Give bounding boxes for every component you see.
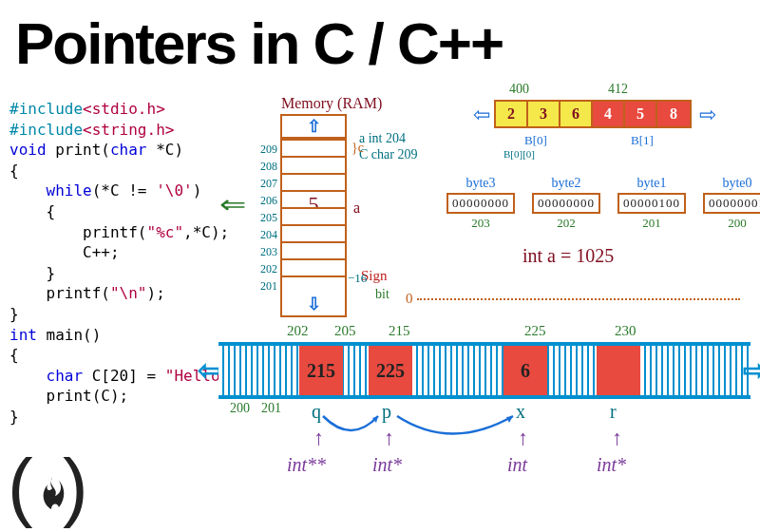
code-include-1b: <stdio.h> xyxy=(83,100,165,118)
byte2-addr: 202 xyxy=(532,216,600,231)
byte2: byte2 00000000 202 xyxy=(532,176,600,231)
annot-c-char: C char 209 xyxy=(359,147,417,162)
array-arrow-right-icon: ⇨ xyxy=(699,103,716,127)
stack-cell-value: 5 xyxy=(280,190,347,207)
freecodecamp-logo: ( ) xyxy=(8,458,93,524)
memory-stack: ⇧ 5 ⇩ xyxy=(280,114,347,317)
addr-208: 208 xyxy=(255,158,277,175)
byte0-label: byte0 xyxy=(703,176,760,191)
byte-boxes: byte3 00000000 203 byte2 00000000 202 by… xyxy=(446,176,760,231)
arrow-up-q-icon: ↑ xyxy=(314,426,324,450)
arrow-up-p-icon: ↑ xyxy=(384,426,394,450)
memory-title: Memory (RAM) xyxy=(281,95,382,112)
code-include-1a: #include xyxy=(10,100,83,118)
var-x: x xyxy=(516,401,525,423)
strip-addr-215: 215 xyxy=(389,323,410,339)
strip-block-x: 6 xyxy=(504,346,547,395)
code-kw-char2: char xyxy=(10,367,83,385)
stack-arrow-up-icon: ⇧ xyxy=(280,114,347,139)
brace-c: }c xyxy=(352,141,364,156)
top-array-addr-left: 400 xyxy=(509,82,529,97)
byte0-bits: 00000001 xyxy=(703,193,760,214)
stack-cell xyxy=(280,276,347,293)
strip-block-r xyxy=(597,346,640,395)
code-printf1-fmt: "%c" xyxy=(147,223,184,241)
code-include-2b: <string.h> xyxy=(83,121,174,139)
top-array-addr-right: 412 xyxy=(608,82,628,97)
var-q: q xyxy=(312,401,321,423)
code-brace-1: { xyxy=(10,161,238,181)
stack-cell xyxy=(280,258,347,276)
green-arrow-icon: ⇐ xyxy=(219,190,247,219)
array-cell-4: 5 xyxy=(625,102,657,126)
addr-206: 206 xyxy=(255,192,277,209)
stack-cell xyxy=(280,173,347,190)
strip-bg xyxy=(218,342,750,399)
memory-strip: 215 225 6 xyxy=(218,342,750,399)
code-while-cond2: ) xyxy=(193,181,202,200)
addr-204: 204 xyxy=(255,226,277,243)
arrow-up-x-icon: ↑ xyxy=(518,426,528,450)
array-cell-2: 6 xyxy=(560,102,593,126)
code-printf2a: printf( xyxy=(10,284,110,302)
code-include-2a: #include xyxy=(10,121,83,139)
code-kw-while: while xyxy=(10,181,92,200)
byte0-addr: 200 xyxy=(703,216,760,231)
strip-addr-205: 205 xyxy=(334,323,356,339)
label-b1: B[1] xyxy=(631,133,654,148)
code-call-print: print(C); xyxy=(10,386,238,407)
strip-block-q: 215 xyxy=(299,346,343,395)
strip-addr-225: 225 xyxy=(524,323,546,339)
code-kw-int: int xyxy=(10,326,37,344)
stack-cell xyxy=(280,241,347,258)
byte3-label: byte3 xyxy=(446,176,515,191)
byte2-label: byte2 xyxy=(532,176,600,191)
addr-202: 202 xyxy=(255,260,277,277)
byte2-bits: 00000000 xyxy=(532,193,600,214)
annot-16: −16 xyxy=(348,271,367,286)
code-fn-print: print( xyxy=(47,141,110,159)
byte0: byte0 00000001 200 xyxy=(703,176,760,231)
strip-block-p: 225 xyxy=(369,346,412,395)
code-while-cond1: (*C != xyxy=(92,181,156,200)
stack-cell xyxy=(280,139,347,156)
code-brace-3: } xyxy=(10,263,238,284)
pointer-curves xyxy=(218,399,750,456)
code-cpp: C++; xyxy=(10,242,238,263)
stack-cell xyxy=(280,156,347,173)
code-printf1b: ,*C); xyxy=(183,223,229,241)
byte1-addr: 201 xyxy=(618,216,686,231)
brace-a: a xyxy=(353,200,360,217)
code-char-nul: '\0' xyxy=(156,181,193,200)
code-printf1a: printf( xyxy=(10,223,147,241)
top-array: 2 3 6 4 5 8 xyxy=(494,100,692,128)
byte3: byte3 00000000 203 xyxy=(446,176,515,231)
byte1: byte1 00000100 201 xyxy=(618,176,686,231)
arrow-up-r-icon: ↑ xyxy=(612,426,622,450)
memory-addresses: 209 208 207 206 205 204 203 202 201 xyxy=(255,141,277,294)
code-kw-void: void xyxy=(10,141,47,159)
addr-205: 205 xyxy=(255,209,277,226)
byte1-bits: 00000100 xyxy=(618,193,686,214)
strip-addr-230: 230 xyxy=(615,323,636,339)
array-cell-3: 4 xyxy=(593,102,625,126)
code-printf2b: ); xyxy=(147,284,165,302)
strip-addr-201: 201 xyxy=(261,401,281,416)
code-brace-6: } xyxy=(10,407,238,428)
annot-bit: bit xyxy=(375,287,390,302)
addr-209: 209 xyxy=(255,141,277,158)
type-r: int* xyxy=(597,454,626,476)
code-printf2-fmt: "\n" xyxy=(110,284,147,302)
var-p: p xyxy=(382,401,391,423)
dotted-line xyxy=(417,298,740,300)
annot-a-int: a int 204 xyxy=(359,131,406,146)
addr-203: 203 xyxy=(255,243,277,260)
code-fn-main: main() xyxy=(37,326,101,344)
code-arr-decl: C[20] = xyxy=(83,367,165,385)
code-brace-2: { xyxy=(10,201,238,222)
array-cell-0: 2 xyxy=(496,102,528,126)
flame-icon xyxy=(38,475,66,513)
strip-arrow-right-icon: ⇨ xyxy=(743,353,760,387)
array-cell-5: 8 xyxy=(657,102,690,126)
addr-207: 207 xyxy=(255,175,277,192)
